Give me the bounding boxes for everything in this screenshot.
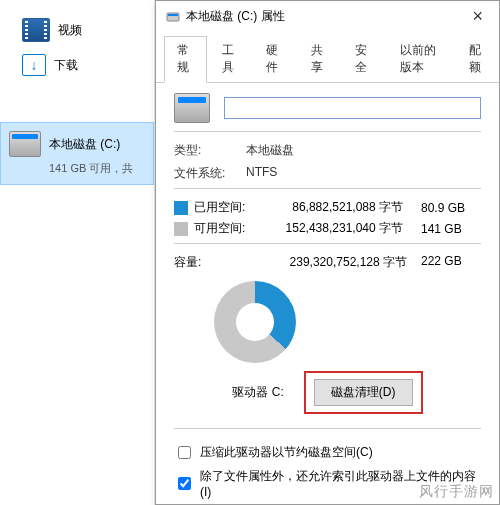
tab-strip: 常规 工具 硬件 共享 安全 以前的版本 配额 xyxy=(156,35,499,83)
titlebar: 本地磁盘 (C:) 属性 × xyxy=(156,1,499,35)
drive-icon xyxy=(9,131,41,157)
used-space-label: 已用空间: xyxy=(194,199,262,216)
drive-small-icon xyxy=(166,9,180,23)
general-tab-pane: 类型: 本地磁盘 文件系统: NTFS 已用空间: 86,882,521,088… xyxy=(156,83,499,505)
drive-icon xyxy=(174,93,210,123)
separator xyxy=(174,131,481,132)
sidebar-item-label: 下载 xyxy=(54,57,78,74)
separator xyxy=(174,428,481,429)
svg-rect-1 xyxy=(168,14,178,16)
sidebar-item-label: 视频 xyxy=(58,22,82,39)
drive-subtext: 141 GB 可用，共 xyxy=(49,161,145,176)
video-icon xyxy=(22,18,50,42)
properties-dialog: 本地磁盘 (C:) 属性 × 常规 工具 硬件 共享 安全 以前的版本 配额 类… xyxy=(155,0,500,505)
disk-cleanup-button[interactable]: 磁盘清理(D) xyxy=(314,379,413,406)
capacity-label: 容量: xyxy=(174,254,258,271)
free-space-gb: 141 GB xyxy=(421,222,481,236)
type-label: 类型: xyxy=(174,142,246,159)
drive-tile-c[interactable]: 本地磁盘 (C:) 141 GB 可用，共 xyxy=(0,122,154,185)
compress-checkbox[interactable] xyxy=(178,446,191,459)
compress-checkbox-row[interactable]: 压缩此驱动器以节约磁盘空间(C) xyxy=(174,443,481,462)
tab-security[interactable]: 安全 xyxy=(342,36,385,83)
type-value: 本地磁盘 xyxy=(246,142,294,159)
used-space-bytes: 86,882,521,088 字节 xyxy=(266,199,417,216)
capacity-bytes: 239,320,752,128 字节 xyxy=(258,254,421,271)
drive-title: 本地磁盘 (C:) xyxy=(49,136,120,153)
used-space-swatch xyxy=(174,201,188,215)
tab-quota[interactable]: 配额 xyxy=(456,36,499,83)
compress-label: 压缩此驱动器以节约磁盘空间(C) xyxy=(200,444,373,461)
download-icon xyxy=(22,54,46,76)
usage-donut-chart xyxy=(214,281,296,363)
volume-label-input[interactable] xyxy=(224,97,481,119)
tab-hardware[interactable]: 硬件 xyxy=(253,36,296,83)
tab-sharing[interactable]: 共享 xyxy=(298,36,341,83)
drive-c-label: 驱动器 C: xyxy=(232,384,283,401)
explorer-sidebar: 视频 下载 本地磁盘 (C:) 141 GB 可用，共 xyxy=(0,0,155,505)
tab-general[interactable]: 常规 xyxy=(164,36,207,83)
tab-previous-versions[interactable]: 以前的版本 xyxy=(387,36,454,83)
sidebar-item-videos[interactable]: 视频 xyxy=(0,12,154,48)
dialog-title: 本地磁盘 (C:) 属性 xyxy=(186,8,464,25)
index-label: 除了文件属性外，还允许索引此驱动器上文件的内容(I) xyxy=(200,468,481,499)
capacity-gb: 222 GB xyxy=(421,254,481,271)
index-checkbox-row[interactable]: 除了文件属性外，还允许索引此驱动器上文件的内容(I) xyxy=(174,468,481,499)
index-checkbox[interactable] xyxy=(178,477,191,490)
sidebar-item-downloads[interactable]: 下载 xyxy=(0,48,154,82)
used-space-gb: 80.9 GB xyxy=(421,201,481,215)
free-space-bytes: 152,438,231,040 字节 xyxy=(266,220,417,237)
highlight-annotation: 磁盘清理(D) xyxy=(304,371,423,414)
close-button[interactable]: × xyxy=(464,7,491,25)
filesystem-value: NTFS xyxy=(246,165,277,182)
separator xyxy=(174,188,481,189)
free-space-label: 可用空间: xyxy=(194,220,262,237)
tab-tools[interactable]: 工具 xyxy=(209,36,252,83)
free-space-swatch xyxy=(174,222,188,236)
filesystem-label: 文件系统: xyxy=(174,165,246,182)
separator xyxy=(174,243,481,244)
